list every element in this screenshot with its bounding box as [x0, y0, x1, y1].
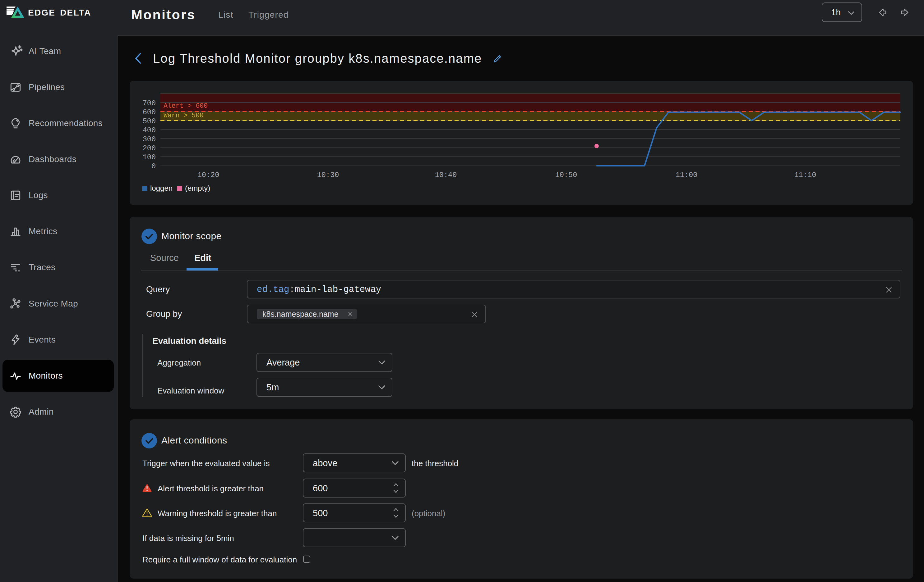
svg-text:10:40: 10:40 — [435, 171, 457, 179]
svg-text:11:10: 11:10 — [794, 171, 817, 179]
svg-text:10:20: 10:20 — [197, 171, 219, 179]
svg-text:600: 600 — [143, 108, 156, 117]
svg-text:100: 100 — [143, 153, 156, 161]
svg-text:10:30: 10:30 — [317, 171, 339, 179]
svg-text:200: 200 — [143, 144, 156, 153]
svg-text:Alert > 600: Alert > 600 — [163, 102, 208, 110]
svg-text:11:00: 11:00 — [676, 171, 698, 179]
svg-text:EDGE DELTA: EDGE DELTA — [28, 8, 91, 17]
svg-text:400: 400 — [143, 126, 156, 135]
svg-text:700: 700 — [143, 99, 156, 107]
svg-text:500: 500 — [143, 117, 156, 125]
svg-text:300: 300 — [143, 135, 156, 143]
svg-text:(empty): (empty) — [185, 184, 210, 192]
svg-text:Warn > 500: Warn > 500 — [163, 112, 204, 119]
svg-text:10:50: 10:50 — [555, 171, 578, 179]
svg-text:0: 0 — [152, 162, 156, 171]
svg-text:loggen: loggen — [150, 184, 173, 192]
